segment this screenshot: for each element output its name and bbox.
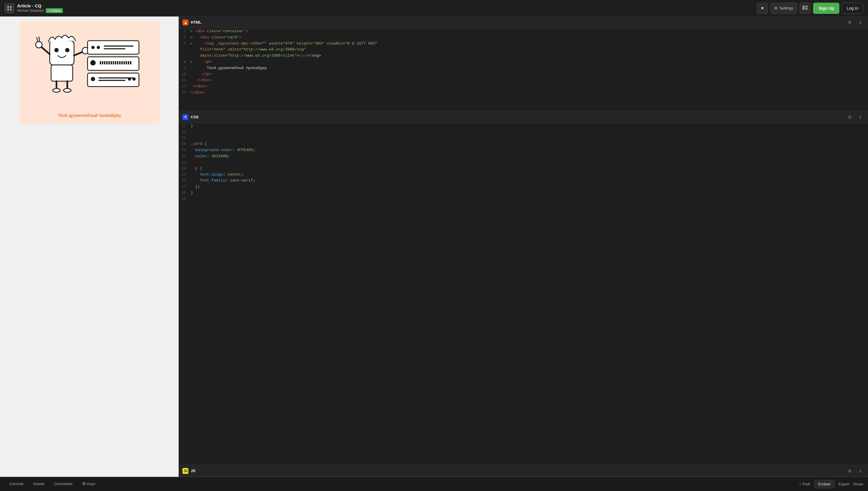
svg-rect-37 [119,61,120,64]
svg-point-44 [91,77,95,81]
code-line-10: 10 </p> [179,71,868,78]
follow-button[interactable]: + Follow [46,8,63,13]
svg-rect-24 [104,46,134,47]
keys-tab[interactable]: ⌘ Keys [77,477,101,491]
fork-button[interactable]: ⑂ Fork [799,482,810,486]
code-line-8: 8 ▶ <p> [179,59,868,65]
html-collapse-button[interactable]: ∨ [856,18,864,27]
js-section-header: JS JS ⚙ ∨ [179,465,868,477]
code-line-12: 12 </div> [179,84,868,90]
svg-point-9 [65,48,69,53]
css-section-controls: ⚙ ∨ [845,113,864,121]
svg-rect-21 [87,41,139,54]
html-section-controls: ⚙ ∨ [845,18,864,27]
svg-rect-3 [10,8,12,11]
title-area: Article - CQ Ahmad Shadeed + Follow [17,3,63,13]
svg-rect-36 [117,61,118,64]
settings-button[interactable]: ⚙ Settings [770,3,797,14]
html-section-title: 🔥 HTML [183,20,201,25]
html-icon: 🔥 [183,20,188,25]
css-line-21: 21 background-color: #FFE4D5; [179,147,868,153]
svg-point-19 [53,88,60,92]
login-button[interactable]: Log In [842,3,863,14]
css-line-24: 24 p { [179,166,868,172]
css-line-26: 26 font-family: sans-serif; [179,178,868,184]
settings-label: Settings [779,6,793,10]
assets-label: Assets [33,482,45,486]
console-label: Console [9,482,24,486]
share-label: Share [853,482,863,486]
svg-rect-41 [128,61,129,64]
app-logo [5,3,14,13]
code-line-fill2: xmlns:xlink="http://www.w3.org/1999/xlin… [179,53,868,59]
app-header: Article - CQ Ahmad Shadeed + Follow ♥ ⚙ … [0,0,868,17]
svg-rect-39 [123,61,125,64]
svg-rect-42 [130,61,131,64]
svg-line-10 [40,46,50,54]
svg-point-11 [35,41,42,48]
bottom-actions: ⑂ Fork Embed Export Share [799,480,863,488]
svg-line-12 [37,37,37,41]
embed-button[interactable]: Embed [814,480,835,488]
signup-button[interactable]: Sign Up [813,3,839,14]
fork-label: Fork [803,482,810,486]
svg-rect-1 [10,6,12,8]
css-line-18: 18 [179,129,868,135]
gear-icon: ⚙ [774,6,778,10]
preview-content: Твой дружелюбный провайдер [0,17,178,477]
layout-button[interactable] [800,3,811,14]
css-line-20: 20 .card { [179,141,868,147]
css-line-25: 25 text-align: center; [179,172,868,178]
comments-tab[interactable]: Comments [49,477,77,491]
css-editor-section: ✳ CSS ⚙ ∨ 17 } 18 19 [179,111,868,465]
svg-rect-16 [51,65,72,81]
js-collapse-button[interactable]: ∨ [856,467,864,475]
svg-point-22 [91,46,94,49]
svg-rect-38 [121,61,123,64]
css-line-23: 23 [179,160,868,166]
svg-rect-32 [108,61,110,64]
app-title: Article - CQ [17,3,63,8]
header-right: ♥ ⚙ Settings Sign Up Log In [757,3,863,14]
css-code-editor[interactable]: 17 } 18 19 20 .card { 21 backgroun [179,123,868,465]
share-button[interactable]: Share [853,482,863,486]
console-tab[interactable]: Console [5,477,28,491]
bottom-tabs: Console Assets Comments ⌘ Keys [5,477,100,491]
css-section-title: ✳ CSS [183,114,199,120]
svg-rect-6 [805,8,808,10]
js-settings-button[interactable]: ⚙ [845,467,854,475]
header-left: Article - CQ Ahmad Shadeed + Follow [5,3,63,13]
css-line-28: 28 } [179,190,868,196]
code-line-1: 1 ▶ <div class='container'> [179,28,868,34]
svg-rect-2 [7,8,9,11]
css-label: CSS [191,115,199,119]
js-icon: JS [183,468,188,474]
css-collapse-button[interactable]: ∨ [856,113,864,121]
svg-rect-25 [104,48,125,49]
export-button[interactable]: Export [838,482,850,486]
js-section-controls: ⚙ ∨ [845,467,864,475]
svg-point-27 [90,60,95,65]
heart-button[interactable]: ♥ [757,3,768,14]
svg-rect-46 [98,80,125,81]
card-image [25,27,153,109]
svg-rect-35 [115,61,116,64]
card-preview: Твой дружелюбный провайдер [20,21,160,124]
fork-icon: ⑂ [799,482,802,486]
code-line-9: 9 Твой дружелюбный провайдер [179,65,868,71]
bottom-bar: Console Assets Comments ⌘ Keys ⑂ Fork Em… [0,477,868,491]
css-settings-button[interactable]: ⚙ [845,113,854,121]
assets-tab[interactable]: Assets [28,477,49,491]
svg-point-8 [54,48,58,53]
author-name: Ahmad Shadeed [17,8,44,13]
code-line-2: 2 ▶ <div class='card'> [179,34,868,41]
svg-rect-33 [110,61,112,64]
css-line-17: 17 } [179,123,868,129]
js-label: JS [191,469,195,473]
html-editor-section: 🔥 HTML ⚙ ∨ 1 ▶ <div class='container'> 2… [179,17,868,111]
svg-point-47 [128,77,131,81]
comments-label: Comments [54,482,73,486]
svg-rect-28 [100,61,101,64]
html-settings-button[interactable]: ⚙ [845,18,854,27]
html-code-editor[interactable]: 1 ▶ <div class='container'> 2 ▶ <div cla… [179,28,868,111]
